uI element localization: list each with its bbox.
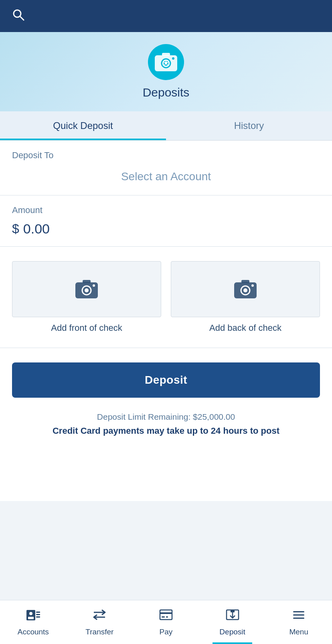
dollar-sign: $ — [12, 221, 19, 236]
add-front-check[interactable]: Add front of check — [12, 261, 161, 333]
svg-rect-27 — [162, 616, 165, 618]
svg-rect-15 — [241, 280, 249, 283]
main-content: Deposit To Select an Account Amount $ 0.… — [0, 141, 332, 501]
tab-quick-deposit[interactable]: Quick Deposit — [0, 111, 166, 140]
svg-line-1 — [20, 16, 24, 20]
amount-number: 0.00 — [23, 221, 50, 237]
nav-transfer[interactable]: Transfer — [67, 600, 133, 644]
svg-rect-33 — [293, 614, 304, 616]
search-icon[interactable] — [12, 8, 25, 24]
nav-accounts[interactable]: Accounts — [0, 600, 67, 644]
bottom-nav: Accounts Transfer Pay — [0, 600, 332, 644]
account-selector[interactable]: Select an Account — [0, 164, 332, 195]
svg-point-18 — [29, 612, 32, 615]
camera-back-icon — [233, 278, 257, 300]
svg-rect-28 — [166, 616, 168, 618]
svg-rect-26 — [160, 612, 172, 614]
svg-rect-34 — [293, 618, 304, 619]
deposit-button-section: Deposit — [0, 348, 332, 412]
svg-rect-21 — [36, 614, 40, 615]
add-back-check[interactable]: Add back of check — [171, 261, 320, 333]
back-check-label: Add back of check — [209, 323, 281, 333]
svg-point-16 — [251, 284, 254, 287]
svg-rect-32 — [293, 611, 304, 612]
nav-deposit[interactable]: Deposit — [199, 600, 266, 644]
nav-deposit-label: Deposit — [219, 628, 245, 636]
svg-point-14 — [243, 288, 247, 292]
deposit-nav-icon — [225, 608, 240, 624]
nav-menu[interactable]: Menu — [265, 600, 332, 644]
accounts-icon — [26, 608, 40, 624]
nav-accounts-label: Accounts — [18, 628, 49, 636]
camera-front-icon — [75, 278, 99, 300]
camera-hero-icon — [154, 51, 178, 73]
header — [0, 0, 332, 32]
svg-rect-5 — [162, 53, 170, 56]
svg-rect-22 — [36, 616, 40, 618]
tab-history[interactable]: History — [166, 111, 332, 140]
nav-pay-label: Pay — [160, 628, 173, 636]
svg-rect-25 — [160, 610, 172, 620]
amount-section: Amount $ 0.00 — [0, 195, 332, 247]
check-photos-section: Add front of check Add back of check — [0, 247, 332, 348]
svg-rect-30 — [231, 610, 235, 612]
deposit-to-label: Deposit To — [0, 141, 332, 164]
hero-section: Deposits — [0, 32, 332, 111]
nav-transfer-label: Transfer — [85, 628, 113, 636]
deposits-icon-circle — [148, 44, 184, 80]
transfer-icon — [92, 608, 107, 624]
pay-icon — [159, 608, 173, 624]
back-check-box[interactable] — [171, 261, 320, 317]
front-check-label: Add front of check — [51, 323, 122, 333]
menu-icon — [292, 608, 306, 624]
svg-point-9 — [85, 288, 89, 292]
svg-rect-10 — [83, 280, 91, 283]
limit-remaining-text: Deposit Limit Remaining: $25,000.00 — [12, 412, 320, 422]
page-title: Deposits — [143, 86, 190, 99]
nav-menu-label: Menu — [289, 628, 308, 636]
limit-info-section: Deposit Limit Remaining: $25,000.00 Cred… — [0, 412, 332, 448]
tabs-container: Quick Deposit History — [0, 111, 332, 141]
amount-label: Amount — [12, 205, 320, 215]
svg-point-6 — [172, 57, 174, 60]
front-check-box[interactable] — [12, 261, 161, 317]
svg-point-11 — [93, 284, 95, 287]
deposit-button[interactable]: Deposit — [12, 362, 320, 398]
svg-rect-20 — [36, 612, 40, 613]
amount-value[interactable]: $ 0.00 — [12, 221, 320, 237]
svg-rect-19 — [28, 617, 34, 619]
limit-warning-text: Credit Card payments may take up to 24 h… — [12, 426, 320, 436]
nav-pay[interactable]: Pay — [133, 600, 199, 644]
